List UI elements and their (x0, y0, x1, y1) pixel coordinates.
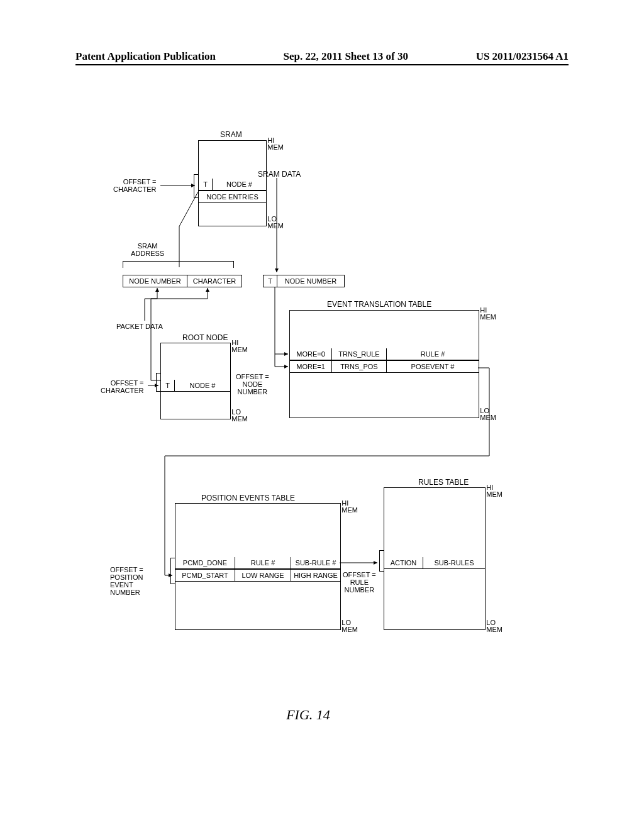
pcmd-done-cell: PCMD_DONE (175, 557, 235, 568)
character-field: CHARACTER (187, 275, 242, 287)
lo-mem-ett: LO MEM (480, 407, 496, 421)
address-brace (123, 261, 234, 268)
page-header: Patent Application Publication Sep. 22, … (75, 50, 569, 65)
node-num-cell: NODE # (213, 179, 266, 190)
pcmd-done-row: PCMD_DONE RULE # SUB-RULE # (175, 557, 340, 569)
pcmd-start-row: PCMD_START LOW RANGE HIGH RANGE (175, 569, 340, 582)
sub-rules-cell: SUB-RULES (423, 557, 485, 568)
sram-data-bar: T NODE NUMBER (263, 275, 345, 287)
hi-mem-root: HI MEM (231, 340, 248, 353)
trns-pos-row: MORE=1 TRNS_POS POSEVENT # (290, 360, 479, 373)
event-translation-table: HI MEM LO MEM MORE=0 TRNS_RULE RULE # MO… (289, 310, 479, 418)
offset-char-label: OFFSET = CHARACTER (113, 178, 156, 193)
node-number-out: NODE NUMBER (277, 275, 344, 287)
sram-address-label: SRAM ADDRESS (131, 242, 164, 257)
sram-data-label: SRAM DATA (258, 170, 301, 179)
offset-pos-event-label: OFFSET = POSITION EVENT NUMBER (110, 566, 143, 596)
offset-char-label2: OFFSET = CHARACTER (101, 379, 143, 394)
offset-rule-num-label: OFFSET = RULE NUMBER (343, 571, 376, 594)
pet-bracket (170, 558, 175, 584)
t-out-cell: T (264, 275, 277, 287)
node-entries-cell: NODE ENTRIES (199, 191, 266, 202)
figure-caption: FIG. 14 (88, 707, 528, 723)
rule-num-pet: RULE # (235, 557, 291, 568)
more1-cell: MORE=1 (290, 361, 332, 372)
root-node-title: ROOT NODE (182, 333, 228, 342)
root-node-table: HI MEM LO MEM T NODE # (160, 343, 231, 419)
subrule-num-cell: SUB-RULE # (291, 557, 340, 568)
header-left: Patent Application Publication (75, 50, 216, 63)
hi-mem-ett: HI MEM (480, 307, 496, 321)
sram-row: T NODE # (199, 179, 266, 191)
rule-num-cell: RULE # (387, 348, 479, 360)
root-node-cell: NODE # (175, 380, 230, 391)
lo-mem-rt: LO MEM (486, 619, 502, 633)
packet-data-label: PACKET DATA (116, 323, 163, 330)
t-cell: T (199, 179, 213, 190)
hi-mem-rt: HI MEM (486, 484, 502, 498)
header-right: US 2011/0231564 A1 (476, 50, 569, 63)
rules-bracket (379, 550, 384, 572)
lo-mem-pet: LO MEM (341, 619, 358, 633)
pos-events-title: POSITION EVENTS TABLE (201, 494, 295, 502)
rules-table-title: RULES TABLE (418, 478, 469, 487)
position-events-table: HI MEM LO MEM PCMD_DONE RULE # SUB-RULE … (175, 503, 341, 630)
node-number-field: NODE NUMBER (123, 275, 187, 287)
lo-mem-label: LO MEM (267, 216, 284, 230)
sram-table: HI MEM LO MEM T NODE # NODE ENTRIES (198, 140, 267, 226)
low-range-cell: LOW RANGE (235, 570, 291, 581)
action-cell: ACTION (384, 557, 423, 568)
rules-table: HI MEM LO MEM ACTION SUB-RULES (384, 487, 486, 630)
lo-mem-root: LO MEM (231, 409, 248, 423)
rules-row: ACTION SUB-RULES (384, 557, 485, 569)
trns-pos-cell: TRNS_POS (332, 361, 387, 372)
figure-14-diagram: SRAM HI MEM LO MEM T NODE # NODE ENTRIES… (88, 135, 528, 682)
event-trans-title: EVENT TRANSLATION TABLE (327, 300, 431, 309)
sram-bracket (194, 174, 198, 198)
header-center: Sep. 22, 2011 Sheet 13 of 30 (284, 50, 408, 63)
trns-rule-row: MORE=0 TRNS_RULE RULE # (290, 348, 479, 360)
root-t-cell: T (161, 380, 175, 391)
pcmd-start-cell: PCMD_START (175, 570, 235, 581)
sram-address-bar: NODE NUMBER CHARACTER (123, 275, 242, 287)
sram-title: SRAM (220, 130, 242, 139)
offset-node-num-label: OFFSET = NODE NUMBER (236, 373, 269, 396)
trns-rule-cell: TRNS_RULE (332, 348, 387, 360)
hi-mem-pet: HI MEM (341, 500, 358, 514)
high-range-cell: HIGH RANGE (291, 570, 340, 581)
root-bracket (156, 373, 160, 392)
root-node-row: T NODE # (161, 380, 230, 392)
more0-cell: MORE=0 (290, 348, 332, 360)
posevent-num-cell: POSEVENT # (387, 361, 479, 372)
hi-mem-label: HI MEM (267, 137, 284, 151)
node-entries-row: NODE ENTRIES (199, 191, 266, 203)
